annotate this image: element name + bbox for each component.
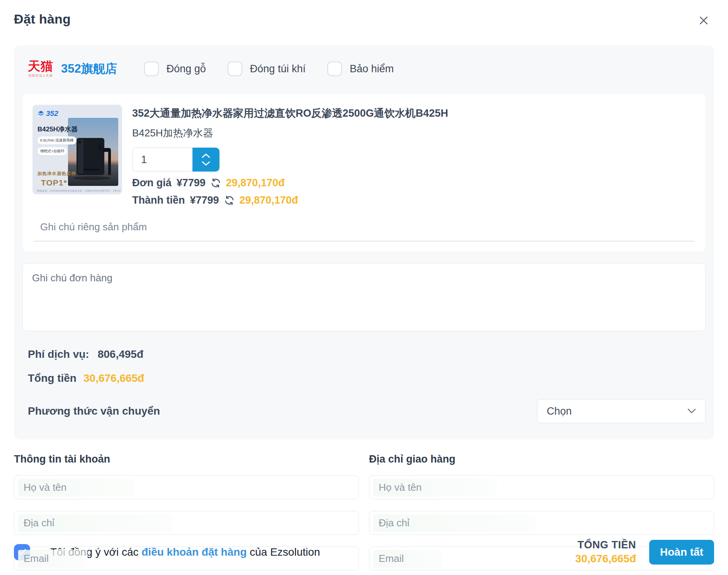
quantity-stepper-buttons[interactable]	[192, 148, 219, 172]
delivery-email-input[interactable]	[369, 553, 714, 565]
order-modal: Đặt hàng 天猫 理想生活上天猫 352旗舰店 Đóng gỗ Đóng …	[0, 0, 728, 575]
chevron-down-icon	[201, 161, 211, 167]
chevron-up-icon	[201, 153, 211, 158]
delivery-address-section: Địa chỉ giao hàng	[369, 453, 714, 575]
account-info-heading: Thông tin tài khoản	[14, 453, 359, 465]
line-total-vnd: 29,870,170đ	[240, 194, 298, 206]
account-address-input[interactable]	[14, 517, 359, 529]
service-fee-value: 806,495đ	[98, 348, 143, 361]
order-card: 天猫 理想生活上天猫 352旗舰店 Đóng gỗ Đóng túi khí B…	[14, 45, 714, 439]
currency-exchange-icon	[224, 195, 235, 206]
air-bag-label: Đóng túi khí	[250, 63, 306, 75]
product-card: 352 B425H净水器 6.5L/min 流速新高峰 增程式+自循环 加热净水…	[22, 94, 706, 252]
delivery-name-input[interactable]	[369, 481, 714, 493]
chevron-down-icon	[687, 408, 697, 414]
close-icon[interactable]	[698, 15, 709, 26]
account-name-field	[14, 475, 359, 499]
account-address-field	[14, 511, 359, 535]
account-email-input[interactable]	[14, 553, 359, 565]
store-row: 天猫 理想生活上天猫 352旗舰店 Đóng gỗ Đóng túi khí B…	[22, 56, 706, 80]
delivery-address-input[interactable]	[369, 517, 714, 529]
order-total-label: Tổng tiền	[28, 372, 77, 384]
delivery-address-heading: Địa chỉ giao hàng	[369, 453, 714, 465]
product-title: 352大通量加热净水器家用过滤直饮RO反渗透2500G通饮水机B425H	[132, 106, 696, 120]
quantity-stepper	[132, 148, 219, 172]
option-insurance[interactable]: Bảo hiểm	[327, 61, 394, 76]
product-image-rank: TOP1*	[41, 178, 67, 187]
product-info: 352大通量加热净水器家用过滤直饮RO反渗透2500G通饮水机B425H B42…	[122, 105, 696, 206]
unit-price-label: Đơn giá	[132, 177, 172, 189]
page-title: Đặt hàng	[14, 12, 71, 27]
option-wooden-crate[interactable]: Đóng gỗ	[144, 61, 206, 76]
service-fee-row: Phí dịch vụ: 806,495đ	[22, 348, 706, 361]
shipping-select-value: Chọn	[547, 405, 572, 417]
store-name[interactable]: 352旗舰店	[61, 61, 117, 77]
tmall-logo-subtext: 理想生活上天猫	[29, 73, 53, 78]
wooden-crate-label: Đóng gỗ	[167, 63, 206, 75]
brand-logo-text: 352	[46, 109, 58, 118]
order-total-value: 30,676,665đ	[83, 372, 144, 384]
order-total-row: Tổng tiền 30,676,665đ	[22, 372, 706, 384]
account-name-input[interactable]	[14, 481, 359, 493]
order-note-textarea[interactable]	[22, 263, 706, 331]
modal-header: Đặt hàng	[14, 12, 714, 27]
option-air-bag[interactable]: Đóng túi khí	[228, 61, 306, 76]
shipping-method-label: Phương thức vận chuyển	[28, 405, 160, 417]
item-note	[32, 217, 696, 242]
insurance-label: Bảo hiểm	[350, 63, 394, 75]
currency-exchange-icon	[211, 178, 221, 188]
delivery-name-field	[369, 475, 714, 499]
line-total-label: Thành tiền	[132, 194, 185, 206]
brand-logo: 352	[37, 109, 58, 118]
shipping-method-select[interactable]: Chọn	[537, 399, 706, 423]
account-info-section: Thông tin tài khoản	[14, 453, 359, 575]
unit-price-row: Đơn giá ¥7799 29,870,170đ	[132, 177, 696, 189]
product-main: 352 B425H净水器 6.5L/min 流速新高峰 增程式+自循环 加热净水…	[32, 105, 696, 206]
product-image-rank-caption: 加热净水器热卖榜	[37, 171, 76, 177]
wooden-crate-checkbox[interactable]	[144, 61, 159, 76]
tmall-logo: 天猫 理想生活上天猫	[28, 60, 53, 78]
air-bag-checkbox[interactable]	[228, 61, 242, 76]
product-variant: B425H加热净水器	[132, 126, 696, 140]
unit-price-vnd: 29,870,170đ	[226, 177, 285, 189]
quantity-input[interactable]	[132, 148, 192, 172]
line-total-row: Thành tiền ¥7799 29,870,170đ	[132, 194, 696, 206]
quantity-row	[132, 148, 696, 172]
product-image-model: B425H净水器	[37, 125, 78, 134]
order-note	[22, 263, 706, 333]
item-note-input[interactable]	[33, 217, 695, 242]
product-image-badge-flow: 6.5L/min 流速新高峰	[37, 136, 77, 145]
product-image: 352 B425H净水器 6.5L/min 流速新高峰 增程式+自循环 加热净水…	[32, 105, 122, 194]
delivery-address-field	[369, 511, 714, 535]
service-fee-label: Phí dịch vụ:	[28, 348, 89, 361]
line-total-cny: ¥7799	[190, 194, 219, 206]
unit-price-cny: ¥7799	[177, 177, 206, 189]
insurance-checkbox[interactable]	[327, 61, 342, 76]
product-image-footnote: *数据来源：2024年618加热净水器热卖榜，618狂欢节热卖榜TOP1，6月1…	[36, 189, 121, 193]
shipping-row: Phương thức vận chuyển Chọn	[22, 399, 706, 423]
product-image-badge-mode: 增程式+自循环	[37, 147, 67, 155]
tmall-logo-text: 天猫	[28, 60, 53, 72]
grand-total-label: TỔNG TIỀN	[575, 539, 636, 551]
